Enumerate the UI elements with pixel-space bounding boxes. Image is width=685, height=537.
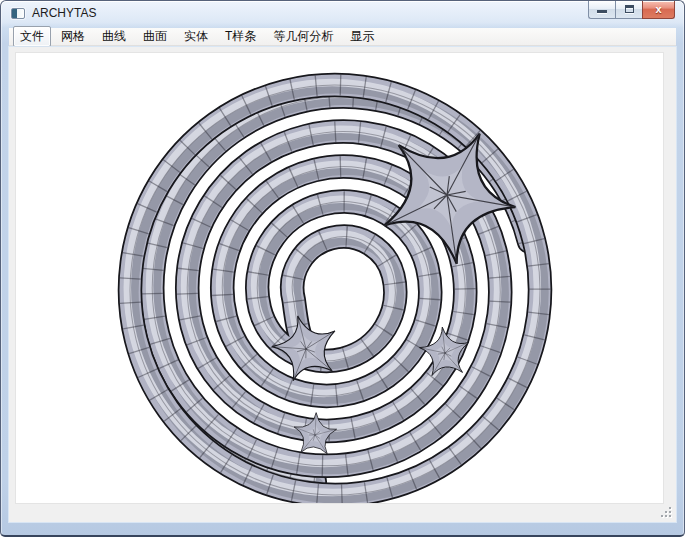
menu-item-mesh[interactable]: 网格 [54, 26, 92, 47]
menu-bar: 文件 网格 曲线 曲面 实体 T样条 等几何分析 显示 [9, 28, 676, 46]
3d-viewport[interactable] [15, 52, 664, 504]
minimize-button[interactable] [588, 1, 615, 19]
minimize-icon [597, 10, 607, 13]
menu-item-surface[interactable]: 曲面 [136, 26, 174, 47]
window-controls: x [588, 1, 675, 19]
window-title: ARCHYTAS [32, 1, 96, 26]
app-icon [11, 8, 25, 19]
menu-item-display[interactable]: 显示 [343, 26, 381, 47]
menu-item-solid[interactable]: 实体 [177, 26, 215, 47]
maximize-icon [625, 5, 634, 13]
menu-item-isogeometric-analysis[interactable]: 等几何分析 [266, 26, 340, 47]
app-window: ARCHYTAS x 文件 网格 曲线 曲面 实体 T样条 等几何分析 显示 [0, 0, 685, 537]
resize-grip-icon[interactable] [660, 506, 673, 519]
title-bar[interactable]: ARCHYTAS x [1, 1, 684, 27]
client-area [9, 47, 676, 522]
menu-item-file[interactable]: 文件 [13, 26, 51, 47]
close-button[interactable]: x [642, 1, 675, 19]
close-icon: x [655, 3, 661, 15]
tube-assembly [84, 53, 586, 503]
menu-item-tspline[interactable]: T样条 [218, 26, 263, 47]
maximize-button[interactable] [615, 1, 642, 19]
menu-item-curve[interactable]: 曲线 [95, 26, 133, 47]
spiral-sphere-model [16, 53, 663, 503]
